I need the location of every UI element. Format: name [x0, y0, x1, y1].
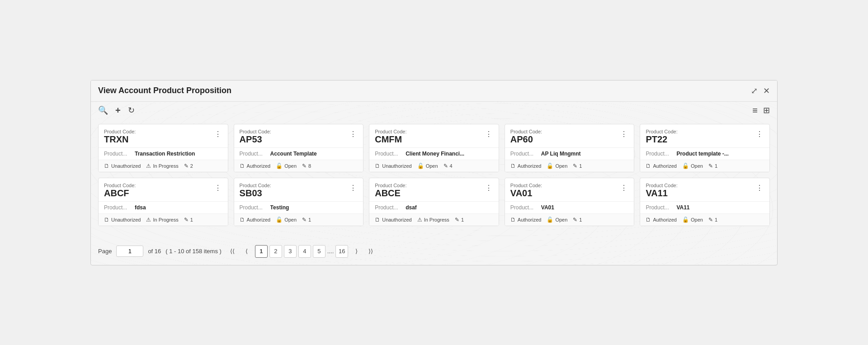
card-product-row: Product... fdsa: [99, 201, 228, 213]
status-unauthorized: 🗋 Authorized: [646, 217, 677, 223]
card-footer: 🗋 Authorized 🔓 Open ✎ 1: [640, 160, 769, 172]
status2-label: Open: [691, 163, 703, 169]
card-menu-icon[interactable]: ⋮: [755, 183, 764, 193]
card-product-row: Product... Transaction Restriction: [99, 147, 228, 160]
status-unauthorized: 🗋 Unauthorized: [375, 217, 411, 223]
card-header-left: Product Code: ABCE: [375, 183, 406, 198]
toolbar-right: ≡ ⊞: [752, 105, 770, 116]
count-value: 8: [308, 163, 311, 169]
card-header: Product Code: TRXN ⋮: [99, 124, 228, 147]
product-card: Product Code: TRXN ⋮ Product... Transact…: [98, 124, 228, 172]
page-btn-4[interactable]: 4: [298, 245, 311, 258]
doc-icon: 🗋: [375, 217, 380, 223]
card-footer: 🗋 Unauthorized 🔓 Open ✎ 4: [369, 160, 499, 172]
status2-icon: ⚠: [146, 163, 151, 169]
card-header-left: Product Code: VA01: [510, 183, 542, 198]
product-code-label: Product Code:: [646, 183, 677, 188]
status2-icon: 🔓: [682, 217, 689, 223]
product-card: Product Code: CMFM ⋮ Product... Client M…: [369, 124, 499, 172]
product-row-label: Product...: [646, 204, 673, 211]
doc-icon: 🗋: [646, 217, 651, 223]
product-card: Product Code: PT22 ⋮ Product... Product …: [640, 124, 770, 172]
close-icon[interactable]: ✕: [763, 86, 770, 96]
list-view-icon[interactable]: ≡: [752, 105, 758, 116]
count-value: 1: [579, 163, 582, 169]
card-menu-icon[interactable]: ⋮: [484, 183, 493, 193]
edit-icon: ✎: [184, 217, 189, 223]
page-nav: ⟨⟨ ⟨ 1 2 3 4 5 .... 16 ⟩ ⟩⟩: [226, 245, 377, 258]
status-progress: 🔓 Open: [682, 217, 703, 223]
card-menu-icon[interactable]: ⋮: [213, 183, 222, 193]
card-footer: 🗋 Authorized 🔓 Open ✎ 1: [640, 213, 769, 226]
count-item: ✎ 1: [184, 217, 193, 223]
card-header-left: Product Code: AP53: [240, 129, 271, 145]
product-code-value: ABCE: [375, 188, 406, 198]
card-menu-icon[interactable]: ⋮: [619, 183, 628, 193]
card-footer: 🗋 Authorized 🔓 Open ✎ 1: [234, 213, 363, 226]
status1-label: Unauthorized: [111, 217, 141, 222]
card-header: Product Code: SB03 ⋮: [234, 178, 363, 201]
next-page-btn[interactable]: ⟩: [350, 245, 363, 258]
status1-label: Unauthorized: [111, 163, 141, 169]
count-value: 1: [579, 217, 582, 222]
window-controls: ⤢ ✕: [751, 86, 770, 96]
status2-icon: 🔓: [276, 217, 283, 223]
search-icon[interactable]: 🔍: [98, 105, 108, 115]
page-btn-2[interactable]: 2: [269, 245, 282, 258]
page-btn-5[interactable]: 5: [313, 245, 326, 258]
doc-icon: 🗋: [646, 163, 651, 169]
card-menu-icon[interactable]: ⋮: [349, 129, 358, 139]
page-btn-16[interactable]: 16: [335, 245, 348, 258]
product-code-label: Product Code:: [510, 183, 542, 188]
card-menu-icon[interactable]: ⋮: [755, 129, 764, 139]
product-row-label: Product...: [510, 204, 538, 211]
card-product-row: Product... Product template -...: [640, 147, 769, 160]
last-page-btn[interactable]: ⟩⟩: [364, 245, 377, 258]
status1-label: Authorized: [653, 163, 677, 169]
content-area: Product Code: TRXN ⋮ Product... Transact…: [91, 119, 777, 236]
status-unauthorized: 🗋 Unauthorized: [104, 217, 141, 223]
product-row-value: AP Liq Mngmnt: [541, 151, 629, 157]
first-page-btn[interactable]: ⟨⟨: [226, 245, 239, 258]
status1-label: Authorized: [247, 163, 271, 169]
status2-label: Open: [555, 163, 567, 169]
grid-view-icon[interactable]: ⊞: [763, 105, 770, 115]
edit-icon: ✎: [573, 163, 577, 169]
product-card: Product Code: AP53 ⋮ Product... Account …: [234, 124, 364, 172]
page-input[interactable]: [116, 246, 143, 257]
page-btn-1[interactable]: 1: [255, 245, 268, 258]
doc-icon: 🗋: [104, 217, 109, 223]
product-row-label: Product...: [375, 204, 402, 211]
product-code-label: Product Code:: [240, 183, 271, 188]
card-menu-icon[interactable]: ⋮: [484, 129, 493, 139]
status2-label: In Progress: [153, 163, 178, 169]
card-menu-icon[interactable]: ⋮: [619, 129, 628, 139]
page-btn-3[interactable]: 3: [284, 245, 297, 258]
status2-label: Open: [691, 217, 703, 222]
card-menu-icon[interactable]: ⋮: [349, 183, 358, 193]
add-icon[interactable]: +: [115, 105, 121, 116]
refresh-icon[interactable]: ↻: [128, 105, 135, 115]
page-dots: ....: [327, 248, 334, 255]
prev-page-btn[interactable]: ⟨: [241, 245, 253, 258]
status2-icon: ⚠: [146, 217, 151, 223]
count-value: 1: [715, 163, 717, 169]
card-header: Product Code: AP53 ⋮: [234, 124, 363, 147]
status2-icon: 🔓: [417, 163, 424, 169]
product-row-value: Transaction Restriction: [135, 151, 222, 157]
product-card: Product Code: ABCF ⋮ Product... fdsa 🗋 U…: [98, 178, 228, 226]
edit-icon: ✎: [184, 163, 189, 169]
doc-icon: 🗋: [375, 163, 380, 169]
card-header: Product Code: AP60 ⋮: [505, 124, 634, 147]
card-menu-icon[interactable]: ⋮: [213, 129, 222, 139]
product-row-label: Product...: [240, 151, 267, 157]
of-label: of 16: [148, 248, 161, 255]
status2-label: In Progress: [424, 217, 449, 222]
status-progress: ⚠ In Progress: [146, 217, 178, 223]
doc-icon: 🗋: [240, 217, 245, 223]
expand-icon[interactable]: ⤢: [751, 86, 758, 96]
count-item: ✎ 1: [708, 217, 717, 223]
product-code-label: Product Code:: [375, 183, 406, 188]
product-card: Product Code: ABCE ⋮ Product... dsaf 🗋 U…: [369, 178, 499, 226]
status-unauthorized: 🗋 Authorized: [510, 163, 542, 169]
